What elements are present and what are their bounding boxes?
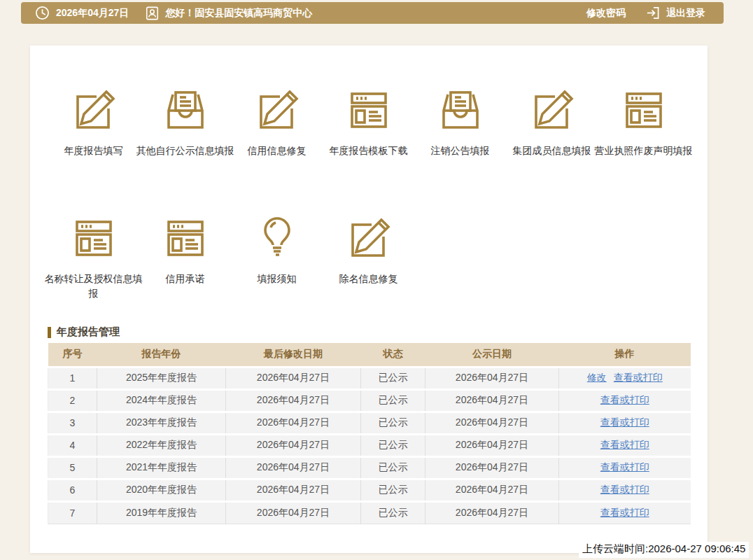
cell-last-modified: 2026年04月27日 — [226, 501, 361, 524]
shortcut-item[interactable]: 集团成员信息填报 — [506, 88, 598, 158]
view-or-print-link[interactable]: 查看或打印 — [600, 416, 649, 428]
clock-icon — [35, 6, 50, 20]
shortcut-item[interactable]: 信用承诺 — [139, 216, 231, 301]
view-or-print-link[interactable]: 查看或打印 — [600, 394, 649, 405]
shortcut-icon-slot — [530, 88, 575, 132]
annual-report-section-header: 年度报告管理 — [48, 326, 120, 339]
shortcut-label: 除名信息修复 — [317, 272, 421, 286]
upload-time-status: 上传云端时间:2026-04-27 09:06:45 — [579, 542, 749, 558]
header-publicize-date: 公示日期 — [425, 343, 559, 367]
cell-seq: 1 — [48, 367, 97, 389]
cell-last-modified: 2026年04月27日 — [226, 367, 361, 389]
shortcut-row-2: 名称转让及授权信息填报 信用承诺 填报须知 除名信息修复 — [30, 216, 414, 301]
shortcut-item[interactable]: 信用信息修复 — [231, 88, 323, 158]
shortcut-label: 营业执照作废声明填报 — [592, 144, 696, 158]
cell-report-year: 2025年年度报告 — [97, 367, 226, 389]
shortcut-item[interactable]: 年度报告模板下载 — [323, 88, 414, 158]
date-display: 2026年04月27日 — [35, 6, 129, 20]
inbox-document-icon — [163, 88, 208, 132]
cell-publicize-date: 2026年04月27日 — [425, 479, 559, 501]
form-page-icon — [621, 88, 666, 132]
form-page-icon — [71, 216, 116, 260]
shortcut-label: 注销公告填报 — [409, 144, 512, 158]
view-or-print-link[interactable]: 查看或打印 — [600, 461, 649, 472]
cell-status: 已公示 — [361, 434, 425, 456]
shortcut-label: 年度报告模板下载 — [317, 144, 421, 158]
shortcut-label: 集团成员信息填报 — [500, 144, 604, 158]
table-row: 6 2020年年度报告 2026年04月27日 已公示 2026年04月27日 … — [48, 479, 691, 501]
shortcut-icon-slot — [255, 88, 300, 132]
shortcut-row-1: 年度报告填写 其他自行公示信息填报 信用信息修复 年度报告模板下载 注销公告填报 — [30, 88, 689, 158]
cell-last-modified: 2026年04月27日 — [226, 456, 361, 479]
change-password-link[interactable]: 修改密码 — [586, 7, 626, 20]
table-row: 5 2021年年度报告 2026年04月27日 已公示 2026年04月27日 … — [48, 456, 691, 479]
shortcut-label: 其他自行公示信息填报 — [134, 144, 237, 158]
header-seq: 序号 — [48, 343, 97, 367]
table-row: 7 2019年年度报告 2026年04月27日 已公示 2026年04月27日 … — [48, 501, 691, 524]
greeting-label: 您好！固安县固安镇高玛商贸中心 — [165, 7, 312, 20]
table-row: 3 2023年年度报告 2026年04月27日 已公示 2026年04月27日 … — [48, 412, 691, 434]
cell-publicize-date: 2026年04月27日 — [425, 456, 559, 479]
annual-report-table: 序号 报告年份 最后修改日期 状态 公示日期 操作 1 2025年年度报告 20… — [48, 343, 691, 524]
shortcut-item[interactable]: 营业执照作废声明填报 — [598, 88, 689, 158]
form-page-icon — [346, 88, 391, 132]
section-marker-bar — [48, 327, 51, 338]
cell-status: 已公示 — [361, 367, 425, 389]
shortcut-label: 名称转让及授权信息填报 — [42, 272, 146, 301]
cell-last-modified: 2026年04月27日 — [226, 412, 361, 434]
view-or-print-link[interactable]: 查看或打印 — [600, 484, 649, 495]
edit-pencil-icon — [71, 88, 116, 132]
view-or-print-link[interactable]: 查看或打印 — [614, 372, 663, 383]
header-last-modified: 最后修改日期 — [226, 343, 361, 367]
cell-status: 已公示 — [361, 412, 425, 434]
inbox-document-icon — [438, 88, 483, 132]
table-row: 1 2025年年度报告 2026年04月27日 已公示 2026年04月27日 … — [48, 367, 691, 389]
shortcut-label: 信用承诺 — [134, 272, 237, 286]
cell-seq: 7 — [48, 501, 97, 524]
modify-link[interactable]: 修改 — [587, 372, 607, 383]
edit-pencil-icon — [530, 88, 575, 132]
cell-status: 已公示 — [361, 501, 425, 524]
greeting-display: 您好！固安县固安镇高玛商贸中心 — [146, 6, 312, 21]
shortcut-icon-slot — [255, 216, 300, 260]
cell-publicize-date: 2026年04月27日 — [425, 412, 559, 434]
shortcut-item[interactable]: 除名信息修复 — [323, 216, 414, 301]
edit-pencil-icon — [255, 88, 300, 132]
cell-last-modified: 2026年04月27日 — [226, 389, 361, 412]
shortcut-icon-slot — [621, 88, 666, 132]
header-report-year: 报告年份 — [97, 343, 226, 367]
shortcut-item[interactable]: 注销公告填报 — [414, 88, 506, 158]
cell-publicize-date: 2026年04月27日 — [425, 434, 559, 456]
shortcut-icon-slot — [163, 88, 208, 132]
logout-link[interactable]: 退出登录 — [666, 7, 705, 20]
shortcut-item[interactable]: 其他自行公示信息填报 — [139, 88, 231, 158]
table-row: 4 2022年年度报告 2026年04月27日 已公示 2026年04月27日 … — [48, 434, 691, 456]
shortcut-item[interactable]: 年度报告填写 — [48, 88, 139, 158]
cell-seq: 3 — [48, 412, 97, 434]
current-date-label: 2026年04月27日 — [56, 7, 129, 20]
view-or-print-link[interactable]: 查看或打印 — [600, 507, 649, 518]
main-card: 年度报告填写 其他自行公示信息填报 信用信息修复 年度报告模板下载 注销公告填报 — [30, 46, 708, 553]
cell-seq: 4 — [48, 434, 97, 456]
section-title: 年度报告管理 — [57, 326, 120, 339]
cell-report-year: 2023年年度报告 — [97, 412, 226, 434]
cell-report-year: 2024年年度报告 — [97, 389, 226, 412]
shortcut-label: 信用信息修复 — [225, 144, 329, 158]
logout-button[interactable]: 退出登录 — [645, 6, 705, 20]
shortcut-icon-slot — [346, 88, 391, 132]
shortcut-icon-slot — [71, 88, 116, 132]
cell-publicize-date: 2026年04月27日 — [425, 367, 559, 389]
cell-actions: 查看或打印 — [559, 501, 691, 524]
shortcut-item[interactable]: 填报须知 — [231, 216, 323, 301]
view-or-print-link[interactable]: 查看或打印 — [600, 439, 649, 450]
shortcut-item[interactable]: 名称转让及授权信息填报 — [48, 216, 139, 301]
header-actions: 操作 — [559, 343, 691, 367]
logout-icon — [645, 6, 660, 20]
cell-actions: 修改查看或打印 — [559, 367, 691, 389]
shortcut-icon-slot — [346, 216, 391, 260]
shortcut-icon-slot — [163, 216, 208, 260]
cell-seq: 2 — [48, 389, 97, 412]
cell-seq: 6 — [48, 479, 97, 501]
cell-last-modified: 2026年04月27日 — [226, 434, 361, 456]
cell-actions: 查看或打印 — [559, 389, 691, 412]
